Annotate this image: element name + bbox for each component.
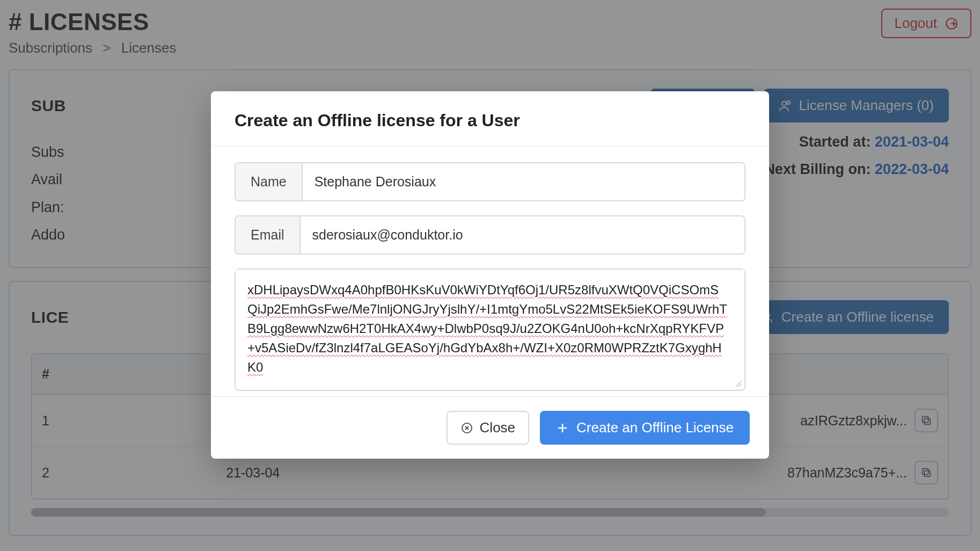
token-textarea[interactable] (236, 270, 744, 388)
name-label: Name (236, 163, 303, 200)
modal-title: Create an Offline license for a User (211, 91, 769, 146)
email-field-row: Email (235, 215, 745, 255)
create-label: Create an Offline License (576, 419, 734, 436)
email-label: Email (236, 216, 301, 253)
close-button[interactable]: Close (447, 411, 529, 445)
email-input[interactable] (301, 216, 744, 253)
name-input[interactable] (303, 163, 744, 200)
plus-icon (556, 422, 569, 434)
modal-overlay[interactable]: Create an Offline license for a User Nam… (0, 0, 980, 551)
token-textarea-wrapper (235, 269, 745, 391)
close-icon (460, 422, 473, 434)
create-license-button[interactable]: Create an Offline License (540, 411, 750, 445)
close-label: Close (480, 419, 515, 436)
create-offline-license-modal: Create an Offline license for a User Nam… (211, 91, 769, 459)
resize-handle-icon[interactable] (735, 380, 742, 388)
name-field-row: Name (235, 162, 745, 201)
svg-line-9 (738, 384, 741, 387)
svg-line-8 (736, 381, 741, 387)
